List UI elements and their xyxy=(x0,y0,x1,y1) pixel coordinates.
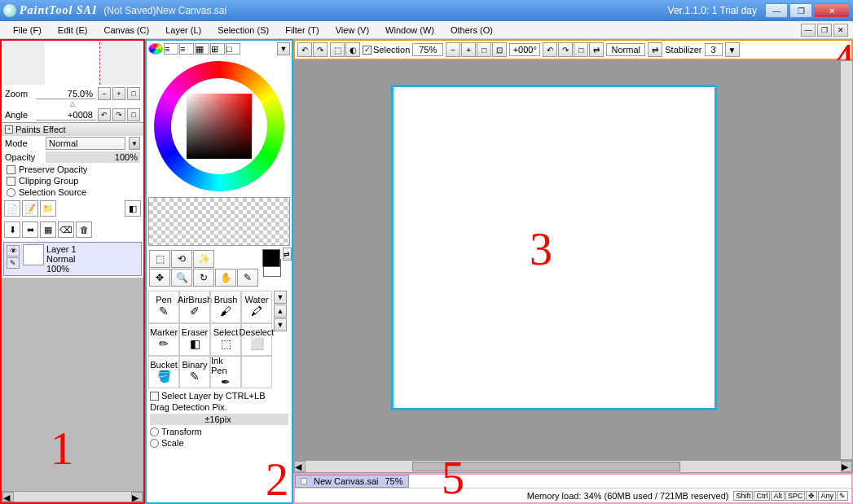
tb-zoom-fit[interactable]: □ xyxy=(477,42,491,57)
zoom-tool[interactable]: 🔍 xyxy=(171,269,192,287)
brush-panel-toggle[interactable]: ▼ xyxy=(274,291,287,304)
scratchpad[interactable] xyxy=(148,197,290,246)
angle-value[interactable]: +0008 xyxy=(36,110,96,121)
swatch-tab[interactable]: ⊞ xyxy=(210,43,225,55)
toolbar-blend[interactable]: Normal xyxy=(606,43,645,56)
zoom-out-button[interactable]: − xyxy=(98,87,111,100)
deselect-button[interactable]: ⬚ xyxy=(330,42,345,57)
move-tool[interactable]: ✥ xyxy=(149,269,170,287)
water-tool[interactable]: Water🖍 xyxy=(241,291,272,323)
document-tab[interactable]: New Canvas.sai 75% xyxy=(295,475,409,488)
scale-radio[interactable] xyxy=(150,439,159,448)
clear-layer-button[interactable]: ⌫ xyxy=(58,221,74,238)
clipping-group-checkbox[interactable] xyxy=(7,177,15,186)
tb-rotate-cw[interactable]: ↷ xyxy=(558,42,573,57)
empty-brush-slot[interactable] xyxy=(241,356,272,388)
layer-item[interactable]: 👁 ✎ Layer 1 Normal 100% xyxy=(3,242,142,276)
mdi-restore-button[interactable]: ❐ xyxy=(817,24,832,37)
gray-tab[interactable]: ▦ xyxy=(195,43,209,55)
menu-file[interactable]: File (F) xyxy=(5,24,50,37)
hsv-slider-tab[interactable]: ≡ xyxy=(179,43,194,55)
brush-tool[interactable]: Brush🖌 xyxy=(210,291,241,323)
transfer-down-button[interactable]: ⬇ xyxy=(4,221,20,238)
opacity-slider[interactable]: 100% xyxy=(46,151,140,163)
undo-button[interactable]: ↶ xyxy=(297,42,312,57)
eraser-tool[interactable]: Eraser◧ xyxy=(179,323,210,356)
angle-ccw-button[interactable]: ↶ xyxy=(98,108,111,121)
dropdown-arrow-icon[interactable]: ▼ xyxy=(129,137,140,150)
tb-rotate-reset[interactable]: □ xyxy=(574,42,588,57)
new-folder-button[interactable]: 📁 xyxy=(40,200,56,217)
close-button[interactable]: ✕ xyxy=(814,3,850,18)
color-picker-tool[interactable]: ✎ xyxy=(237,269,258,287)
tb-zoom-actual[interactable]: ⊡ xyxy=(492,42,507,57)
color-swatches[interactable] xyxy=(262,249,281,277)
menu-filter[interactable]: Filter (T) xyxy=(277,24,328,37)
tb-flip-h[interactable]: ⇄ xyxy=(589,42,604,57)
scratch-tab[interactable]: □ xyxy=(226,43,240,55)
lasso-tool[interactable]: ⟲ xyxy=(171,250,192,268)
deselect-brush-tool[interactable]: Deselect⬜ xyxy=(241,323,272,356)
saturation-value-box[interactable] xyxy=(187,94,252,159)
zoom-reset-button[interactable]: □ xyxy=(127,87,140,100)
canvas[interactable] xyxy=(391,85,717,410)
navigator-preview[interactable] xyxy=(3,42,142,85)
transform-radio[interactable] xyxy=(150,427,159,436)
pen-tool[interactable]: Pen✎ xyxy=(148,291,179,323)
rgb-slider-tab[interactable]: ≡ xyxy=(164,43,178,55)
brush-scroll-down[interactable]: ▼ xyxy=(274,318,287,331)
tb-rotate-ccw[interactable]: ↶ xyxy=(543,42,557,57)
marker-tool[interactable]: Marker✏ xyxy=(148,323,179,356)
menu-canvas[interactable]: Canvas (C) xyxy=(96,24,158,37)
layer-thumbnail[interactable] xyxy=(23,244,44,265)
horizontal-scrollbar[interactable]: ◀▶ xyxy=(293,460,853,473)
tb-zoom-in[interactable]: + xyxy=(461,42,476,57)
minimize-button[interactable]: — xyxy=(765,3,788,18)
paints-effect-header[interactable]: + Paints Effect xyxy=(2,122,143,136)
color-wheel-tab[interactable] xyxy=(148,43,163,55)
magic-wand-tool[interactable]: ✨ xyxy=(193,250,214,268)
layer-visibility-icon[interactable]: 👁 xyxy=(7,245,20,256)
canvas-viewport[interactable]: 3 xyxy=(293,60,840,460)
menu-layer[interactable]: Layer (L) xyxy=(157,24,209,37)
brush-scroll-up[interactable]: ▲ xyxy=(274,305,287,318)
rotate-tool[interactable]: ↻ xyxy=(193,269,214,287)
angle-reset-button[interactable]: □ xyxy=(127,108,140,121)
airbrush-tool[interactable]: AirBrush✐ xyxy=(179,291,210,323)
layer-scrollbar[interactable]: ◀▶ xyxy=(2,491,143,502)
new-linework-button[interactable]: 📝 xyxy=(22,200,38,217)
hand-tool[interactable]: ✋ xyxy=(215,269,236,287)
layer-edit-icon[interactable]: ✎ xyxy=(7,257,20,269)
navigator[interactable] xyxy=(2,41,143,86)
menu-view[interactable]: View (V) xyxy=(328,24,377,37)
swap-colors-button[interactable]: ⇄ xyxy=(283,248,292,261)
mdi-close-button[interactable]: ✕ xyxy=(833,24,848,37)
zoom-in-button[interactable]: + xyxy=(112,87,125,100)
selection-source-radio[interactable] xyxy=(7,188,15,197)
select-brush-tool[interactable]: Select⬚ xyxy=(210,323,241,356)
preserve-opacity-checkbox[interactable] xyxy=(7,165,15,174)
tb-blend-toggle[interactable]: ⇄ xyxy=(648,42,662,57)
rect-select-tool[interactable]: ⬚ xyxy=(149,250,170,268)
color-panel-toggle[interactable]: ▼ xyxy=(277,42,290,55)
stabilizer-dropdown[interactable]: ▼ xyxy=(725,42,740,57)
menu-selection[interactable]: Selection (S) xyxy=(209,24,277,37)
selection-checkbox[interactable]: ✓ xyxy=(363,46,372,55)
toolbar-zoom-value[interactable]: 75% xyxy=(412,43,443,56)
foreground-color[interactable] xyxy=(262,249,280,267)
mode-dropdown[interactable]: Normal xyxy=(46,137,125,150)
bucket-tool[interactable]: Bucket🪣 xyxy=(148,356,179,388)
menu-edit[interactable]: Edit (E) xyxy=(50,24,96,37)
toolbar-angle-value[interactable]: +000° xyxy=(509,43,540,56)
mask-button[interactable]: ◧ xyxy=(125,200,141,217)
select-layer-ctrl-checkbox[interactable] xyxy=(150,392,159,401)
new-layer-button[interactable]: 📄 xyxy=(4,200,20,217)
angle-cw-button[interactable]: ↷ xyxy=(112,108,125,121)
flatten-button[interactable]: ▦ xyxy=(40,221,56,238)
menu-window[interactable]: Window (W) xyxy=(377,24,442,37)
drag-detection-slider[interactable]: ±16pix xyxy=(150,414,288,425)
mdi-minimize-button[interactable]: — xyxy=(801,24,816,37)
redo-button[interactable]: ↷ xyxy=(313,42,328,57)
stabilizer-value[interactable]: 3 xyxy=(705,43,723,56)
tb-zoom-out[interactable]: − xyxy=(446,42,460,57)
